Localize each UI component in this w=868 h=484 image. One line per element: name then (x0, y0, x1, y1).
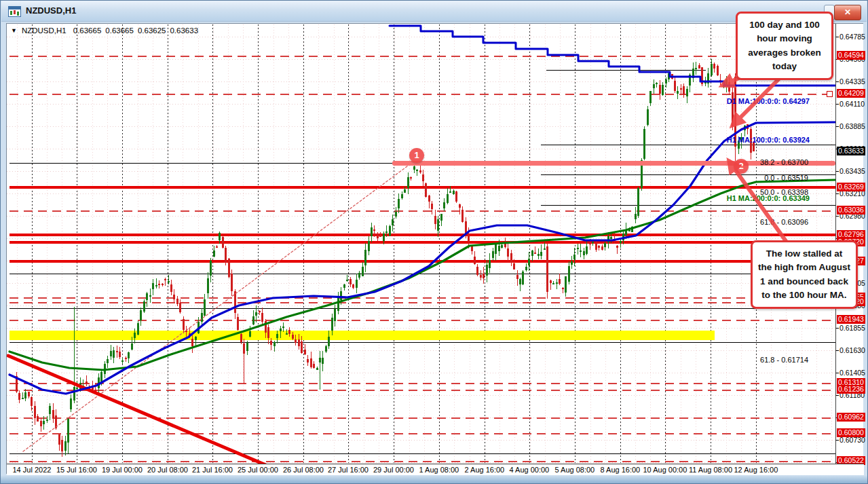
time-axis-label: 25 Jul 00:00 (238, 466, 278, 474)
chart-window-icon (8, 6, 21, 17)
time-axis-label: 11 Aug 08:00 (689, 466, 732, 474)
annotation-arrows-layer (7, 24, 864, 464)
annotation-arrow (729, 161, 787, 243)
time-axis-label: 15 Jul 16:00 (56, 466, 97, 474)
window-bottom-edge (1, 475, 868, 483)
time-axis-label: 14 Jul 2022 (13, 466, 52, 474)
time-axis-label: 2 Aug 16:00 (465, 466, 505, 474)
time-axis-label: 19 Jul 00:00 (102, 466, 143, 474)
annotation-arrow (732, 73, 785, 126)
time-axis-label: 10 Aug 00:00 (643, 466, 687, 474)
time-axis-label: 27 Jul 16:00 (328, 466, 369, 474)
window-title: NZDUSD,H1 (26, 5, 76, 16)
time-axis: 14 Jul 202215 Jul 16:0019 Jul 00:0020 Ju… (7, 464, 864, 475)
time-axis-label: 29 Jul 00:00 (373, 466, 414, 474)
time-axis-label: 26 Jul 08:00 (283, 466, 324, 474)
annotation-callout-1[interactable]: 100 day and 100 hour moving averages bro… (736, 12, 833, 80)
time-axis-label: 4 Aug 00:00 (510, 466, 550, 474)
annotation-callout-2[interactable]: The low stalled at the high from August … (751, 240, 858, 309)
time-axis-label: 1 Aug 08:00 (419, 466, 459, 474)
chart-panel: 38.2 - 0.637000.0 - 0.6351950.0 - 0.6339… (6, 23, 863, 474)
time-axis-label: 12 Aug 16:00 (734, 466, 778, 474)
time-axis-label: 8 Aug 16:00 (601, 466, 641, 474)
close-button[interactable]: ✕ (834, 5, 861, 20)
application-window: NZDUSD,H1 ✕ 38.2 - 0.637000.0 - 0.635195… (0, 0, 868, 484)
time-axis-label: 20 Jul 08:00 (147, 466, 188, 474)
time-axis-label: 5 Aug 08:00 (555, 466, 595, 474)
time-axis-label: 21 Jul 16:00 (192, 466, 233, 474)
